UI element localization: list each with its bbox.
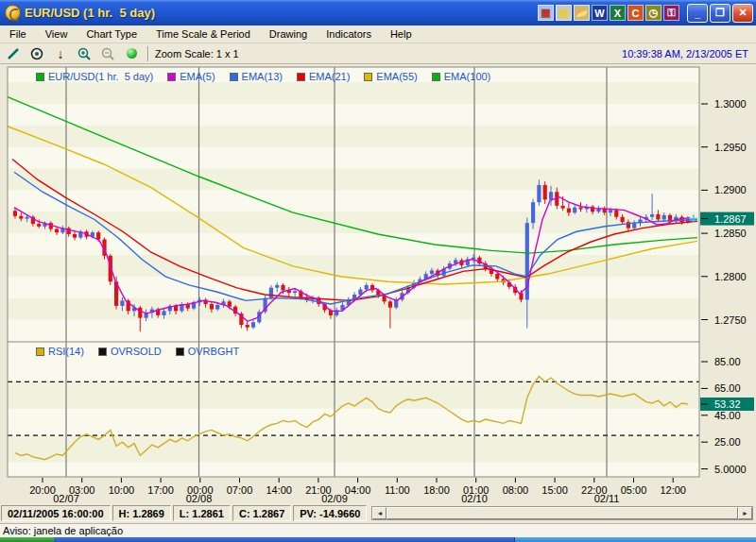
- legend-item: EUR/USD(1 hr. 5 day): [36, 71, 153, 82]
- svg-text:25.00: 25.00: [714, 436, 741, 448]
- close-button[interactable]: ✕: [732, 4, 753, 23]
- minimize-button[interactable]: _: [687, 4, 708, 23]
- legend-item: OVRSOLD: [98, 346, 162, 357]
- svg-text:53.32: 53.32: [714, 398, 741, 410]
- menu-item-help[interactable]: Help: [381, 26, 421, 42]
- status-cell: 02/11/2005 16:00:00: [1, 505, 111, 521]
- svg-text:02/07: 02/07: [53, 493, 79, 503]
- svg-text:1.2800: 1.2800: [714, 271, 747, 282]
- toolbar: ↓ Zoom Scale: 1 x 1 10:39:38 AM, 2/13/20…: [0, 43, 756, 64]
- status-cell: H: 1.2869: [112, 505, 171, 521]
- palette-icon[interactable]: ▦: [538, 5, 554, 21]
- scrollbar-thumb[interactable]: [387, 507, 738, 519]
- legend-swatch-icon: [36, 73, 44, 81]
- legend-swatch-icon: [230, 73, 238, 81]
- svg-text:08:00: 08:00: [503, 484, 529, 496]
- legend-swatch-icon: [167, 73, 176, 81]
- legend-swatch-icon: [432, 73, 440, 81]
- legend-item: EMA(13): [230, 71, 283, 82]
- horizontal-scrollbar[interactable]: ◄ ►: [371, 506, 753, 520]
- legend-item: EMA(5): [167, 71, 215, 82]
- scroll-right-icon[interactable]: ►: [738, 507, 752, 519]
- app-icon: [5, 5, 21, 21]
- clock-text: 10:39:38 AM, 2/13/2005 ET: [622, 48, 748, 59]
- svg-text:1.2900: 1.2900: [714, 184, 747, 195]
- status-cell: C: 1.2867: [232, 505, 291, 521]
- legend-swatch-icon: [98, 347, 107, 356]
- status-cell: PV: -14.9660: [293, 505, 367, 521]
- menu-item-time-scale-period[interactable]: Time Scale & Period: [146, 26, 260, 42]
- arrow-down-tool-icon[interactable]: ↓: [50, 45, 71, 62]
- menu-item-chart-type[interactable]: Chart Type: [77, 26, 146, 42]
- svg-text:02/11: 02/11: [594, 493, 620, 503]
- legend-item: EMA(100): [432, 71, 491, 82]
- taskbar-sliver[interactable]: [54, 537, 515, 542]
- notes-icon[interactable]: ▤: [556, 5, 572, 21]
- word-icon[interactable]: W: [592, 5, 608, 21]
- menu-item-view[interactable]: View: [36, 26, 77, 42]
- window-titlebar[interactable]: EUR/USD (1 hr. 5 day) ▦▤📂WXC◷⚿ _ ❐ ✕: [0, 0, 756, 25]
- taskbar-item-sliver[interactable]: [515, 537, 756, 542]
- legend-swatch-icon: [297, 73, 305, 81]
- scroll-left-icon[interactable]: ◄: [372, 507, 387, 519]
- legend-swatch-icon: [36, 347, 44, 356]
- svg-text:10:00: 10:00: [109, 484, 135, 496]
- legend-swatch-icon: [364, 73, 372, 81]
- zoom-out-tool-icon[interactable]: [97, 45, 118, 62]
- svg-text:5.0000: 5.0000: [714, 464, 747, 475]
- legend-item: EMA(21): [297, 71, 350, 82]
- price-legend: EUR/USD(1 hr. 5 day)EMA(5)EMA(13)EMA(21)…: [36, 71, 490, 82]
- legend-swatch-icon: [176, 347, 184, 356]
- menu-bar: FileViewChart TypeTime Scale & PeriodDra…: [0, 25, 756, 43]
- svg-text:12:00: 12:00: [660, 484, 686, 496]
- svg-text:85.00: 85.00: [714, 356, 741, 367]
- restore-button[interactable]: ❐: [710, 4, 730, 23]
- svg-text:65.00: 65.00: [714, 382, 741, 394]
- svg-text:05:00: 05:00: [621, 484, 647, 496]
- excel-icon[interactable]: X: [610, 5, 626, 21]
- menu-item-drawing[interactable]: Drawing: [260, 26, 317, 42]
- svg-text:1.3000: 1.3000: [714, 98, 747, 110]
- calendar-icon[interactable]: C: [627, 5, 644, 21]
- clock-icon[interactable]: ◷: [645, 5, 662, 21]
- svg-text:1.2750: 1.2750: [714, 314, 747, 326]
- chart-area: 1.30001.29501.29001.28501.28001.275085.0…: [0, 64, 756, 503]
- svg-text:17:00: 17:00: [147, 484, 174, 496]
- status-bar: 02/11/2005 16:00:00H: 1.2869L: 1.2861C: …: [0, 503, 756, 523]
- svg-text:02/09: 02/09: [321, 493, 348, 503]
- bullet-tool-icon[interactable]: [121, 45, 142, 62]
- legend-item: OVRBGHT: [176, 346, 239, 357]
- window-title: EUR/USD (1 hr. 5 day): [25, 6, 155, 20]
- rsi-legend: RSI(14)OVRSOLDOVRBGHT: [36, 346, 239, 357]
- notice-text: Aviso: janela de aplicação: [3, 525, 123, 536]
- svg-text:02/08: 02/08: [186, 493, 213, 503]
- key-icon[interactable]: ⚿: [663, 5, 679, 21]
- notice-bar: Aviso: janela de aplicação: [0, 523, 756, 537]
- taskbar-strip: [0, 537, 756, 542]
- titlebar-shortcut-icons: ▦▤📂WXC◷⚿: [538, 5, 679, 21]
- svg-text:14:00: 14:00: [266, 484, 292, 496]
- start-button-sliver[interactable]: [0, 537, 54, 542]
- svg-text:11:00: 11:00: [385, 484, 410, 496]
- svg-text:1.2850: 1.2850: [714, 228, 747, 239]
- legend-item: RSI(14): [36, 346, 84, 357]
- svg-text:1.2950: 1.2950: [714, 142, 747, 153]
- status-cell: L: 1.2861: [173, 505, 231, 521]
- svg-text:04:00: 04:00: [345, 484, 371, 496]
- legend-item: EMA(55): [364, 71, 417, 82]
- svg-text:02/10: 02/10: [461, 493, 488, 503]
- trendline-tool-icon[interactable]: [3, 45, 24, 62]
- menu-item-indicators[interactable]: Indicators: [317, 26, 381, 42]
- folder-icon[interactable]: 📂: [574, 5, 590, 21]
- svg-text:45.00: 45.00: [714, 410, 741, 421]
- svg-text:20:00: 20:00: [29, 484, 56, 496]
- svg-text:18:00: 18:00: [423, 484, 450, 496]
- toolbar-separator: [147, 46, 149, 61]
- chart-canvas[interactable]: 1.30001.29501.29001.28501.28001.275085.0…: [0, 64, 756, 503]
- svg-text:15:00: 15:00: [541, 484, 568, 496]
- crosshair-tool-icon[interactable]: [26, 45, 47, 62]
- svg-text:07:00: 07:00: [227, 484, 253, 496]
- zoom-scale-label: Zoom Scale: 1 x 1: [155, 48, 239, 59]
- zoom-in-tool-icon[interactable]: [74, 45, 94, 62]
- menu-item-file[interactable]: File: [0, 26, 36, 42]
